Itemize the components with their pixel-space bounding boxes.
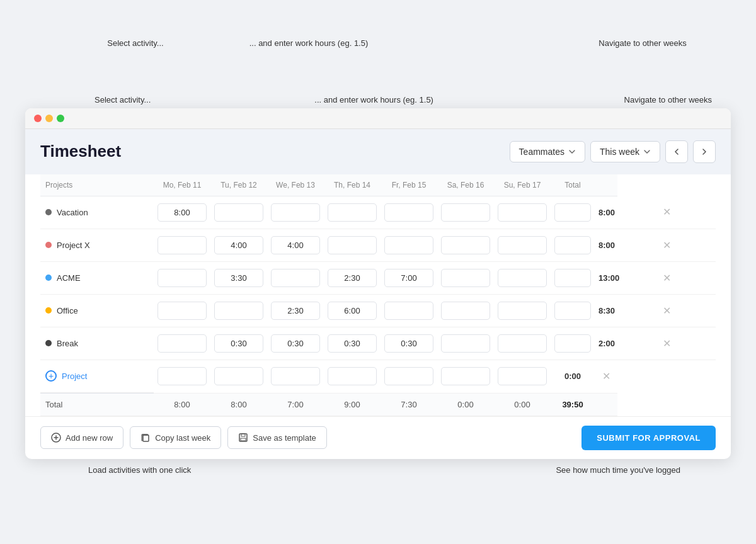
- add-project-remove[interactable]: ✕: [595, 360, 617, 394]
- add-new-row-button[interactable]: Add new row: [40, 426, 123, 449]
- time-cell-0-1[interactable]: [210, 196, 267, 229]
- time-input-3-6[interactable]: [498, 302, 547, 320]
- remove-row-button-1[interactable]: ✕: [660, 241, 673, 251]
- time-input-4-2[interactable]: [271, 334, 320, 353]
- time-input-1-1[interactable]: [214, 236, 263, 254]
- time-input-1-6[interactable]: [498, 236, 547, 254]
- time-cell-0-3[interactable]: [324, 196, 381, 229]
- add-project-day-3[interactable]: [324, 360, 381, 394]
- time-cell-4-7[interactable]: [551, 327, 595, 360]
- time-cell-1-0[interactable]: [154, 229, 210, 262]
- time-input-3-0[interactable]: [158, 302, 207, 320]
- time-cell-1-6[interactable]: [494, 229, 551, 262]
- time-cell-2-5[interactable]: [437, 262, 494, 295]
- time-cell-4-1[interactable]: [210, 327, 267, 360]
- time-cell-0-4[interactable]: [381, 196, 437, 229]
- time-cell-4-0[interactable]: [154, 327, 210, 360]
- add-project-input-0[interactable]: [158, 367, 207, 385]
- time-cell-3-6[interactable]: [494, 295, 551, 327]
- time-input-1-3[interactable]: [328, 236, 377, 254]
- time-input-3-5[interactable]: [441, 302, 490, 320]
- remove-cell-1[interactable]: ✕: [617, 229, 716, 262]
- time-cell-4-3[interactable]: [324, 327, 381, 360]
- add-project-day-1[interactable]: [210, 360, 267, 394]
- time-cell-1-4[interactable]: [381, 229, 437, 262]
- time-input-1-5[interactable]: [441, 236, 490, 254]
- time-input-0-5[interactable]: [441, 203, 490, 222]
- time-cell-3-2[interactable]: [267, 295, 324, 327]
- time-input-2-2[interactable]: [271, 269, 320, 287]
- time-input-1-2[interactable]: [271, 236, 320, 254]
- time-cell-2-6[interactable]: [494, 262, 551, 295]
- remove-row-button-3[interactable]: ✕: [660, 306, 673, 316]
- add-project-input-5[interactable]: [441, 367, 490, 385]
- remove-row-button-4[interactable]: ✕: [660, 339, 673, 349]
- time-input-0-4[interactable]: [384, 203, 433, 222]
- time-input-4-4[interactable]: [384, 334, 433, 353]
- time-cell-0-0[interactable]: [154, 196, 210, 229]
- time-input-0-7[interactable]: [554, 203, 591, 222]
- time-cell-1-3[interactable]: [324, 229, 381, 262]
- time-cell-4-6[interactable]: [494, 327, 551, 360]
- time-input-1-7[interactable]: [554, 236, 591, 254]
- add-project-remove-button[interactable]: ✕: [600, 371, 613, 382]
- time-cell-1-5[interactable]: [437, 229, 494, 262]
- time-input-2-4[interactable]: [384, 269, 433, 287]
- remove-row-button-0[interactable]: ✕: [660, 207, 673, 217]
- time-input-1-0[interactable]: [158, 236, 207, 254]
- remove-cell-2[interactable]: ✕: [617, 262, 716, 295]
- time-cell-1-7[interactable]: [551, 229, 595, 262]
- time-input-4-1[interactable]: [214, 334, 263, 353]
- remove-cell-4[interactable]: ✕: [617, 327, 716, 360]
- time-input-4-0[interactable]: [158, 334, 207, 353]
- time-input-0-6[interactable]: [498, 203, 547, 222]
- teammates-dropdown[interactable]: Teammates: [510, 141, 585, 162]
- add-project-input-3[interactable]: [328, 367, 377, 385]
- time-cell-0-5[interactable]: [437, 196, 494, 229]
- add-project-day-0[interactable]: [154, 360, 210, 394]
- time-cell-2-2[interactable]: [267, 262, 324, 295]
- time-input-2-5[interactable]: [441, 269, 490, 287]
- time-cell-0-2[interactable]: [267, 196, 324, 229]
- time-cell-0-7[interactable]: [551, 196, 595, 229]
- time-cell-3-0[interactable]: [154, 295, 210, 327]
- add-project-input-1[interactable]: [214, 367, 263, 385]
- time-input-2-6[interactable]: [498, 269, 547, 287]
- time-cell-2-0[interactable]: [154, 262, 210, 295]
- time-cell-3-1[interactable]: [210, 295, 267, 327]
- time-input-2-0[interactable]: [158, 269, 207, 287]
- add-project-day-4[interactable]: [381, 360, 437, 394]
- time-input-2-1[interactable]: [214, 269, 263, 287]
- time-cell-0-6[interactable]: [494, 196, 551, 229]
- time-cell-3-4[interactable]: [381, 295, 437, 327]
- time-input-3-7[interactable]: [554, 302, 591, 320]
- time-cell-1-2[interactable]: [267, 229, 324, 262]
- time-input-3-2[interactable]: [271, 302, 320, 320]
- copy-last-week-button[interactable]: Copy last week: [130, 426, 221, 449]
- time-cell-2-3[interactable]: [324, 262, 381, 295]
- time-input-4-5[interactable]: [441, 334, 490, 353]
- time-cell-4-5[interactable]: [437, 327, 494, 360]
- next-week-button[interactable]: [693, 140, 716, 163]
- time-input-4-3[interactable]: [328, 334, 377, 353]
- time-input-3-3[interactable]: [328, 302, 377, 320]
- add-project-day-6[interactable]: [494, 360, 551, 394]
- save-as-template-button[interactable]: Save as template: [227, 426, 326, 449]
- time-cell-1-1[interactable]: [210, 229, 267, 262]
- time-input-4-7[interactable]: [554, 334, 591, 353]
- add-project-input-2[interactable]: [271, 367, 320, 385]
- time-cell-2-1[interactable]: [210, 262, 267, 295]
- remove-cell-3[interactable]: ✕: [617, 295, 716, 327]
- time-input-2-3[interactable]: [328, 269, 377, 287]
- time-cell-3-5[interactable]: [437, 295, 494, 327]
- add-project-day-5[interactable]: [437, 360, 494, 394]
- prev-week-button[interactable]: [665, 140, 688, 163]
- submit-for-approval-button[interactable]: SUBMIT FOR APPROVAL: [581, 426, 716, 450]
- add-project-day-2[interactable]: [267, 360, 324, 394]
- time-input-3-4[interactable]: [384, 302, 433, 320]
- time-cell-4-4[interactable]: [381, 327, 437, 360]
- time-input-2-7[interactable]: [554, 269, 591, 287]
- time-input-3-1[interactable]: [214, 302, 263, 320]
- time-input-0-1[interactable]: [214, 203, 263, 222]
- time-input-0-3[interactable]: [328, 203, 377, 222]
